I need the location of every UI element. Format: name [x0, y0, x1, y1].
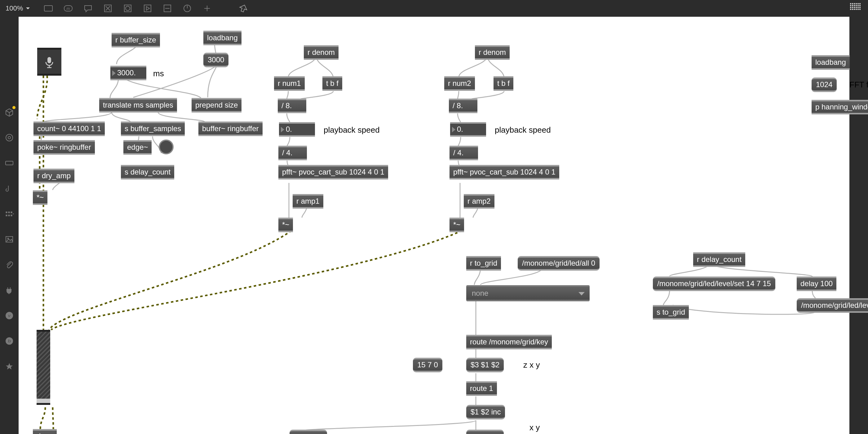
msg-3000[interactable]: 3000: [204, 53, 228, 67]
obj-s-buffer-samples[interactable]: s buffer_samples: [121, 122, 185, 136]
obj-dac[interactable]: dac~: [33, 429, 57, 434]
obj-loadbang[interactable]: loadbang: [204, 31, 242, 45]
obj-poke[interactable]: poke~ ringbuffer: [33, 140, 95, 155]
obj-loadbang-2[interactable]: loadbang: [812, 55, 850, 70]
obj-translate[interactable]: translate ms samples: [99, 98, 177, 113]
obj-r-denom-2[interactable]: r denom: [475, 45, 509, 60]
svg-text:m: m: [67, 6, 70, 11]
svg-rect-34: [856, 9, 857, 10]
obj-pfft-2[interactable]: pfft~ pvoc_cart_sub 1024 4 0 1: [450, 165, 559, 180]
obj-buffer[interactable]: buffer~ ringbuffer: [198, 122, 262, 136]
svg-rect-52: [48, 57, 51, 63]
svg-rect-16: [856, 3, 857, 4]
obj-div4-1[interactable]: / 4.: [278, 146, 307, 160]
grid-icon[interactable]: [850, 3, 862, 13]
msg-level-set-15[interactable]: /monome/grid/led/level/set 14 7 15: [653, 277, 775, 291]
matrix-icon[interactable]: [4, 208, 15, 219]
obj-r-dry-amp[interactable]: r dry_amp: [33, 168, 74, 183]
msg-12inc[interactable]: $1 $2 inc: [466, 405, 505, 420]
star-icon[interactable]: [4, 361, 15, 372]
svg-rect-24: [859, 5, 861, 6]
bang-button[interactable]: [159, 140, 174, 154]
msg-level-set-4[interactable]: /monome/grid/led/level/set 14 7 4: [797, 298, 868, 313]
obj-r-delay-count[interactable]: r delay_count: [693, 252, 745, 267]
obj-div8-1[interactable]: / 8.: [278, 99, 306, 113]
tool-message-icon[interactable]: m: [62, 2, 74, 14]
plug-icon[interactable]: [4, 285, 15, 296]
patcher-canvas[interactable]: r buffer_size loadbang 3000 3000. ms tra…: [19, 17, 849, 434]
num0-1[interactable]: 0.: [279, 122, 315, 137]
obj-times-1[interactable]: *~: [33, 190, 48, 205]
obj-times-3[interactable]: *~: [450, 218, 464, 232]
svg-point-38: [8, 136, 10, 139]
svg-rect-26: [852, 7, 853, 8]
obj-s-delay-count[interactable]: s delay_count: [121, 165, 174, 180]
num0-2[interactable]: 0.: [450, 122, 486, 137]
tool-play-icon[interactable]: [142, 2, 154, 14]
obj-prepend[interactable]: prepend size: [192, 98, 242, 113]
obj-s-togrid[interactable]: s to_grid: [653, 305, 689, 320]
tool-presentation-icon[interactable]: [238, 2, 250, 14]
right-gutter: [849, 17, 868, 434]
obj-div4-2[interactable]: / 4.: [450, 146, 478, 160]
zoom-value: 100%: [6, 4, 23, 12]
obj-div8-2[interactable]: / 8.: [449, 99, 477, 113]
svg-rect-44: [8, 215, 10, 216]
tool-slider-icon[interactable]: [161, 2, 174, 14]
svg-rect-35: [858, 9, 859, 10]
obj-hanning[interactable]: p hanning_window: [812, 100, 868, 114]
num-3000[interactable]: 3000.: [111, 66, 146, 80]
msg-15-7-0[interactable]: 15 7 0: [413, 358, 442, 372]
gain-slider[interactable]: [37, 330, 50, 405]
msg-led-all-0[interactable]: /monome/grid/led/all 0: [518, 256, 599, 271]
msg-312[interactable]: $3 $1 $2: [466, 358, 504, 372]
tool-frame-icon[interactable]: [42, 2, 55, 14]
obj-count[interactable]: count~ 0 44100 1 1: [33, 122, 105, 136]
v-icon[interactable]: v: [4, 310, 15, 321]
obj-r-amp2[interactable]: r amp2: [464, 194, 494, 209]
obj-pfft-1[interactable]: pfft~ pvoc_cart_sub 1024 4 0 1: [278, 165, 388, 180]
obj-route-key[interactable]: route /monome/grid/key: [466, 335, 552, 349]
obj-delay100[interactable]: delay 100: [797, 277, 836, 291]
clip-icon[interactable]: [4, 259, 15, 270]
tool-bang-icon[interactable]: [122, 2, 134, 14]
umenu-serial-device[interactable]: none: [466, 285, 590, 301]
svg-rect-0: [44, 6, 52, 11]
package-icon[interactable]: [4, 106, 15, 118]
obj-r-buffer-size[interactable]: r buffer_size: [112, 33, 160, 48]
tool-dial-icon[interactable]: [181, 2, 193, 14]
keyboard-icon[interactable]: [4, 157, 15, 168]
obj-r-togrid[interactable]: r to_grid: [466, 256, 501, 271]
obj-r-denom-1[interactable]: r denom: [304, 45, 339, 60]
mic-input-icon[interactable]: [37, 48, 61, 75]
obj-tbf-1[interactable]: t b f: [322, 76, 342, 91]
obj-edge[interactable]: edge~: [123, 140, 152, 155]
tool-comment-icon[interactable]: [82, 2, 94, 14]
svg-rect-15: [854, 3, 855, 4]
tool-toggle-icon[interactable]: [102, 2, 114, 14]
obj-tbf-2[interactable]: t b f: [494, 76, 514, 91]
comment-ms: ms: [153, 69, 164, 79]
svg-rect-29: [858, 7, 859, 8]
obj-r-num2[interactable]: r num2: [444, 76, 475, 91]
obj-route1[interactable]: route 1: [466, 381, 497, 396]
svg-rect-36: [859, 9, 861, 10]
target-icon[interactable]: [4, 132, 15, 143]
svg-rect-45: [11, 215, 12, 216]
note-icon[interactable]: [4, 183, 15, 194]
svg-rect-20: [852, 5, 853, 6]
svg-rect-39: [6, 161, 13, 165]
b-icon[interactable]: b: [4, 335, 15, 347]
zoom-dropdown[interactable]: 100%: [6, 4, 35, 12]
image-icon[interactable]: [4, 234, 15, 245]
obj-r-num1[interactable]: r num1: [274, 76, 305, 91]
msg-1122[interactable]: $1 $1 $2: [289, 430, 327, 434]
obj-times-2[interactable]: *~: [278, 218, 293, 232]
tool-plus-icon[interactable]: [201, 2, 213, 14]
top-toolbar: 100% m: [0, 0, 868, 17]
svg-rect-23: [858, 5, 859, 6]
msg-2122[interactable]: $2 $1 $2: [466, 430, 504, 434]
obj-r-amp1[interactable]: r amp1: [292, 194, 323, 209]
svg-rect-42: [11, 212, 12, 213]
msg-1024[interactable]: 1024: [812, 78, 837, 92]
